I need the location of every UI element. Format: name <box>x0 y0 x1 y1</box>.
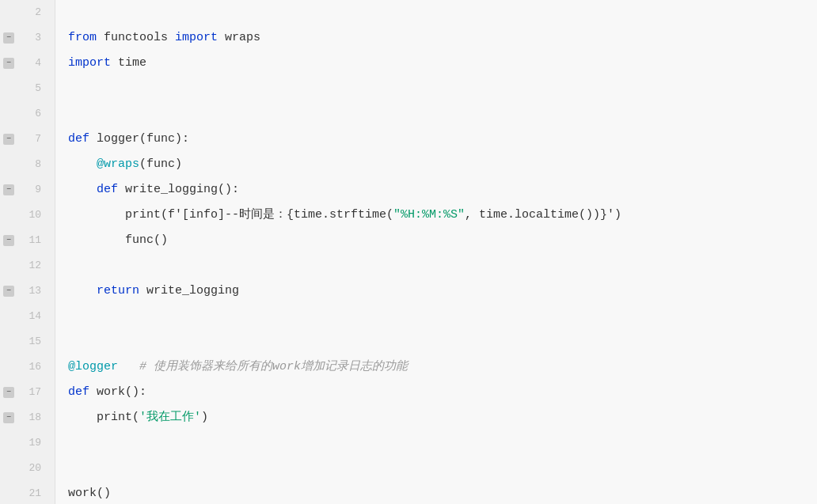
token-plain: print(f'[info]--时间是：{time.strftime( <box>125 203 393 228</box>
code-line: @logger # 使用装饰器来给所有的work增加记录日志的功能 <box>68 354 817 380</box>
gutter-row: −7 <box>0 127 55 152</box>
token-decorator: @logger <box>68 354 118 380</box>
code-line: work() <box>68 481 817 504</box>
token-plain: functools <box>97 25 175 51</box>
gutter-row: 12 <box>0 253 55 279</box>
code-line <box>68 456 817 481</box>
line-number: 21 <box>14 481 46 504</box>
token-plain: ) <box>201 405 208 430</box>
gutter-row: 21 <box>0 481 55 504</box>
token-plain: work() <box>68 481 111 504</box>
line-number: 5 <box>14 76 46 101</box>
gutter-row: −18 <box>0 405 55 430</box>
line-number: 10 <box>14 203 46 228</box>
code-line: from functools import wraps <box>68 25 817 51</box>
gutter-row: −4 <box>0 51 55 76</box>
token-kw-def: def <box>68 127 89 152</box>
fold-button[interactable]: − <box>3 32 14 44</box>
gutter-row: 10 <box>0 203 55 228</box>
gutter-row: −13 <box>0 279 55 304</box>
line-number: 15 <box>14 329 46 354</box>
fold-button[interactable]: − <box>3 412 14 423</box>
token-kw-def: def <box>68 380 89 405</box>
code-line <box>68 0 817 25</box>
line-number: 12 <box>14 253 46 279</box>
token-plain: print( <box>97 405 139 430</box>
token-kw-from: from <box>68 25 97 51</box>
line-number: 3 <box>14 25 46 51</box>
fold-button[interactable]: − <box>3 387 14 398</box>
line-number: 2 <box>14 0 46 25</box>
gutter-row: 8 <box>0 152 55 177</box>
code-line: print('我在工作') <box>68 405 817 430</box>
line-number: 13 <box>14 279 46 304</box>
gutter-row: 15 <box>0 329 55 354</box>
token-plain <box>118 354 139 380</box>
gutter-row: 2 <box>0 0 55 25</box>
line-number: 16 <box>14 354 46 380</box>
token-plain: func() <box>125 228 168 253</box>
line-number: 6 <box>14 101 46 127</box>
token-kw-import: import <box>175 25 218 51</box>
code-line <box>68 430 817 456</box>
fold-button[interactable]: − <box>3 286 14 297</box>
token-plain: write_logging(): <box>118 177 239 203</box>
token-plain: , time.localtime())}') <box>465 203 621 228</box>
gutter-row: 14 <box>0 304 55 329</box>
line-number: 18 <box>14 405 46 430</box>
line-number: 20 <box>14 456 46 481</box>
gutter-row: 16 <box>0 354 55 380</box>
code-line <box>68 101 817 127</box>
gutter-row: 6 <box>0 101 55 127</box>
token-kw-def: def <box>97 177 118 203</box>
code-line: return write_logging <box>68 279 817 304</box>
code-editor: 2−3−456−78−910−1112−13141516−17−18192021… <box>0 0 817 504</box>
code-line <box>68 304 817 329</box>
code-line: def logger(func): <box>68 127 817 152</box>
token-comment: # 使用装饰器来给所有的work增加记录日志的功能 <box>139 354 408 380</box>
code-line: def work(): <box>68 380 817 405</box>
gutter-row: −3 <box>0 25 55 51</box>
code-line <box>68 76 817 101</box>
line-number: 11 <box>14 228 46 253</box>
gutter-row: −11 <box>0 228 55 253</box>
gutter-row: −9 <box>0 177 55 203</box>
token-kw-import: import <box>68 51 111 76</box>
token-plain: write_logging <box>139 279 239 304</box>
fold-button[interactable]: − <box>3 134 14 145</box>
token-plain: work(): <box>89 380 146 405</box>
fold-button[interactable]: − <box>3 184 14 195</box>
line-number: 7 <box>14 127 46 152</box>
fold-button[interactable]: − <box>3 235 14 246</box>
token-plain: time <box>111 51 146 76</box>
code-line: def write_logging(): <box>68 177 817 203</box>
line-number: 8 <box>14 152 46 177</box>
code-line: import time <box>68 51 817 76</box>
token-decorator: @wraps <box>97 152 139 177</box>
token-plain: logger(func): <box>89 127 189 152</box>
token-string: '我在工作' <box>139 405 201 430</box>
line-number: 17 <box>14 380 46 405</box>
token-kw-return: return <box>97 279 139 304</box>
token-string: "%H:%M:%S" <box>393 203 465 228</box>
fold-button[interactable]: − <box>3 58 14 69</box>
code-line: @wraps(func) <box>68 152 817 177</box>
code-line <box>68 329 817 354</box>
token-plain: (func) <box>139 152 182 177</box>
line-number: 19 <box>14 430 46 456</box>
token-plain: wraps <box>218 25 260 51</box>
code-line: print(f'[info]--时间是：{time.strftime("%H:%… <box>68 203 817 228</box>
code-area[interactable]: from functools import wrapsimport timede… <box>55 0 817 504</box>
line-number: 9 <box>14 177 46 203</box>
gutter-row: 19 <box>0 430 55 456</box>
code-line <box>68 253 817 279</box>
gutter-row: 5 <box>0 76 55 101</box>
line-number: 14 <box>14 304 46 329</box>
line-number: 4 <box>14 51 46 76</box>
line-gutter: 2−3−456−78−910−1112−13141516−17−18192021 <box>0 0 55 504</box>
gutter-row: −17 <box>0 380 55 405</box>
gutter-row: 20 <box>0 456 55 481</box>
code-line: func() <box>68 228 817 253</box>
